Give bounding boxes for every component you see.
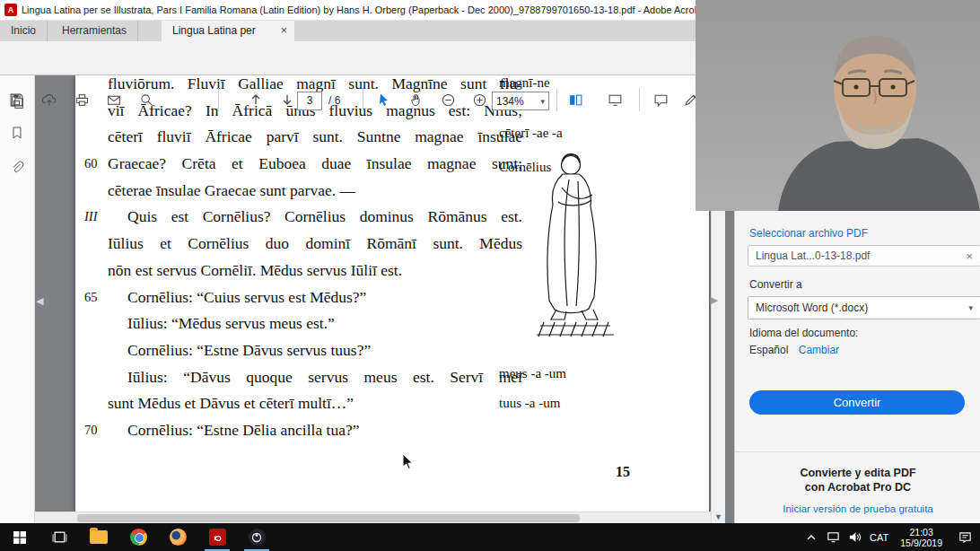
cloud-upload-icon xyxy=(41,92,57,108)
search-button[interactable] xyxy=(136,89,157,110)
start-button[interactable] xyxy=(0,523,39,551)
webcam-video xyxy=(696,0,980,211)
fullscreen-button[interactable] xyxy=(604,89,626,110)
task-view-button[interactable] xyxy=(39,523,79,551)
text-line: Quis est Cornēlius? Cornēlius dominus Rō… xyxy=(108,204,522,231)
text-line: Cornēlius: “Estne Dāvus servus tuus?” xyxy=(108,337,522,364)
fullscreen-icon xyxy=(608,92,623,108)
obs-button[interactable] xyxy=(237,523,276,551)
comment-button[interactable] xyxy=(650,89,671,110)
panel-title: Seleccionar archivo PDF xyxy=(749,227,868,240)
convert-button[interactable]: Convertir xyxy=(749,390,965,415)
start-icon xyxy=(13,530,27,545)
toolbar-separator xyxy=(218,88,219,111)
attachments-icon xyxy=(10,161,24,175)
fit-width-button[interactable] xyxy=(564,89,586,110)
file-explorer-button[interactable] xyxy=(79,523,118,551)
email-button[interactable] xyxy=(103,89,125,110)
taskbar-clock[interactable]: 21:03 15/9/2019 xyxy=(893,527,949,548)
zoom-level-value: 134% xyxy=(496,95,524,108)
acrobat-icon xyxy=(209,529,226,546)
obs-icon xyxy=(249,529,266,546)
tab-inicio[interactable]: Inicio xyxy=(0,20,48,41)
language-indicator[interactable]: CAT xyxy=(865,532,893,543)
system-tray: CAT 21:03 15/9/2019 xyxy=(801,523,980,551)
text-line: Iūlius et Cornēlius duo dominī Rōmānī su… xyxy=(108,231,522,258)
notification-center-button[interactable] xyxy=(949,523,980,551)
margin-note: cēterī -ae -a xyxy=(499,126,563,141)
close-tab-icon[interactable]: × xyxy=(280,20,287,41)
display-icon[interactable] xyxy=(822,523,844,551)
scrollbar-thumb[interactable] xyxy=(77,514,580,522)
zoom-out-button[interactable] xyxy=(437,89,459,110)
page-number-input[interactable]: 3 xyxy=(297,92,322,110)
line-number: 70 xyxy=(84,417,104,444)
taskbar: CAT 21:03 15/9/2019 xyxy=(0,523,980,551)
zoom-level-dropdown[interactable]: 134% ▾ xyxy=(492,92,549,110)
select-tool-button[interactable] xyxy=(373,89,395,110)
format-dropdown[interactable]: Microsoft Word (*.docx) ▾ xyxy=(748,296,980,319)
cornelius-toga-illustration xyxy=(524,150,623,358)
save-button[interactable] xyxy=(5,89,27,110)
selected-file-name: Lingua Lat...0-13-18.pdf xyxy=(756,249,870,262)
change-language-link[interactable]: Cambiar xyxy=(799,344,839,356)
firefox-icon xyxy=(170,529,187,546)
hand-tool-icon xyxy=(409,92,424,107)
page-total-label: / 6 xyxy=(328,92,340,109)
document-viewport[interactable]: fluviōrum. Fluviī Galliae magnī sunt. Ma… xyxy=(34,74,734,523)
clock-date: 15/9/2019 xyxy=(900,538,942,548)
text-line: sunt Mēdus et Dāvus et cēterī multī…” xyxy=(108,390,522,417)
collapse-right-panel-icon[interactable]: ▶ xyxy=(711,295,718,305)
remove-file-icon[interactable]: × xyxy=(966,249,973,263)
chrome-button[interactable] xyxy=(118,523,158,551)
promo-line-2: con Acrobat Pro DC xyxy=(735,480,980,494)
attachments-button[interactable] xyxy=(8,159,26,177)
language-value: Español xyxy=(749,344,788,356)
tab-document[interactable]: Lingua Latina per s... × xyxy=(162,20,294,41)
horizontal-scrollbar[interactable] xyxy=(34,512,711,523)
latin-text-column: fluviōrum. Fluviī Galliae magnī sunt. Ma… xyxy=(108,74,522,444)
next-page-button[interactable] xyxy=(276,89,298,110)
hand-tool-button[interactable] xyxy=(406,89,427,110)
acrobat-pro-promo: Convierte y edita PDF con Acrobat Pro DC xyxy=(735,466,980,494)
volume-icon[interactable] xyxy=(844,523,865,551)
selected-file-chip[interactable]: Lingua Lat...0-13-18.pdf × xyxy=(748,245,980,267)
previous-page-button[interactable] xyxy=(245,89,267,110)
mouse-cursor xyxy=(402,453,415,475)
section-number: III xyxy=(84,204,104,231)
text-line: cēterae īnsulae Graecae sunt parvae. — xyxy=(108,178,522,205)
select-tool-icon xyxy=(377,92,391,107)
chrome-icon xyxy=(130,529,147,546)
print-button[interactable] xyxy=(71,89,92,110)
acrobat-button[interactable] xyxy=(197,523,237,551)
page-up-icon xyxy=(249,92,263,107)
free-trial-link[interactable]: Iniciar versión de prueba gratuita xyxy=(735,503,980,514)
email-icon xyxy=(106,92,122,108)
tab-herramientas[interactable]: Herramientas xyxy=(51,20,138,41)
comment-icon xyxy=(653,92,669,108)
scroll-down-icon[interactable]: ▼ xyxy=(712,511,725,523)
line-number: 60 xyxy=(84,151,104,178)
search-icon xyxy=(139,92,154,108)
save-icon xyxy=(9,92,24,108)
text-line: nōn est servus Cornēliī. Mēdus servus Iū… xyxy=(108,258,522,284)
bookmarks-icon xyxy=(10,126,24,140)
cloud-upload-button[interactable] xyxy=(39,89,60,110)
text-line: Cornēlius: “Estne Dēlia ancilla tua?” xyxy=(108,417,522,444)
tray-chevron-icon[interactable] xyxy=(801,523,822,551)
promo-line-1: Convierte y edita PDF xyxy=(735,466,980,480)
text-line: Graecae? Crēta et Euboea duae īnsulae ma… xyxy=(108,151,522,178)
print-icon xyxy=(74,92,90,108)
taskbar-apps xyxy=(0,523,276,551)
navigation-rail xyxy=(0,74,35,523)
text-line: Iūlius: “Mēdus servus meus est.” xyxy=(108,310,522,337)
collapse-left-panel-icon[interactable]: ◀ xyxy=(36,296,43,306)
notification-icon xyxy=(958,530,972,544)
format-value: Microsoft Word (*.docx) xyxy=(756,302,868,314)
bookmarks-button[interactable] xyxy=(8,124,26,142)
margin-note: magnī-ne xyxy=(499,75,550,91)
zoom-in-button[interactable] xyxy=(468,89,490,110)
firefox-button[interactable] xyxy=(158,523,197,551)
page-down-icon xyxy=(280,92,294,107)
text-line: Iūlius: “Dāvus quoque servus meus est. S… xyxy=(108,364,522,391)
